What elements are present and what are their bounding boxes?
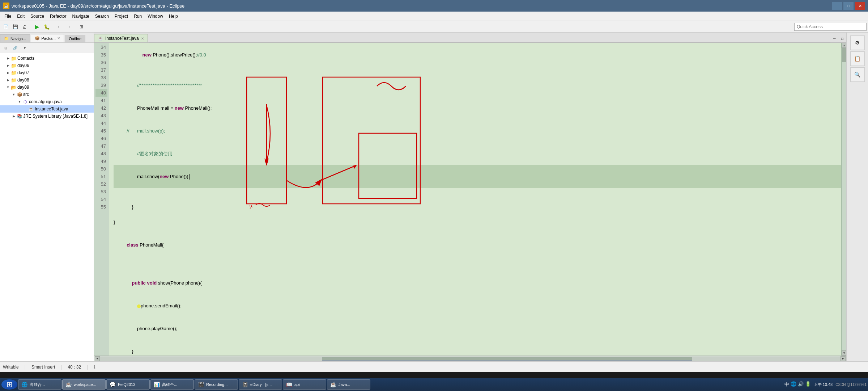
java-file-icon: ☕	[28, 106, 34, 112]
right-panel-btn-3[interactable]: 🔍	[850, 67, 865, 82]
tree-item-contacts[interactable]: ▶ 📁 Contacts	[0, 55, 94, 62]
taskbar-app-eclipse[interactable]: ☕ workspace...	[62, 379, 106, 390]
menu-refactor[interactable]: Refactor	[47, 12, 69, 21]
scroll-up-button[interactable]: ▲	[842, 43, 846, 48]
taskbar-app-baidu[interactable]: 🌐 高硅合...	[18, 379, 61, 390]
back-button[interactable]: ←	[55, 22, 64, 31]
run-button[interactable]: ▶	[33, 22, 42, 31]
horizontal-scrollbar[interactable]: ◄ ►	[94, 356, 846, 361]
code-content[interactable]: new Phone().showPrice();//0.0 //********…	[109, 43, 841, 356]
menu-bar: File Edit Source Refactor Navigate Searc…	[0, 12, 868, 21]
line-44: 44	[95, 119, 107, 127]
taskbar-app-feiq[interactable]: 💬 FeiQ2013	[106, 379, 150, 390]
vertical-scrollbar[interactable]: ▲ ▼	[841, 43, 846, 356]
separator-1	[31, 23, 31, 30]
tree-item-day07[interactable]: ▶ 📁 day07	[0, 69, 94, 76]
code-line-41	[114, 188, 841, 196]
taskbar-app-recording[interactable]: 🎬 Recording...	[195, 379, 238, 390]
menu-edit[interactable]: Edit	[14, 12, 27, 21]
quick-access-input[interactable]	[794, 23, 867, 31]
right-panel-btn-2[interactable]: 📋	[850, 51, 865, 66]
forward-button[interactable]: →	[64, 22, 73, 31]
package-icon: ⬡	[22, 99, 28, 105]
eclipse-icon: ☕	[3, 3, 9, 9]
menu-file[interactable]: File	[1, 12, 14, 21]
menu-navigate[interactable]: Navigate	[69, 12, 92, 21]
arrow-day08: ▶	[6, 78, 10, 82]
tree-item-jre[interactable]: ▶ 📚 JRE System Library [JavaSE-1.8]	[0, 113, 94, 120]
menu-run[interactable]: Run	[131, 12, 145, 21]
taskbar-app-java[interactable]: ☕ Java...	[327, 379, 370, 390]
scroll-left-button[interactable]: ◄	[95, 356, 100, 361]
sidebar-tab-outline[interactable]: Outline	[65, 35, 85, 42]
status-bar: Writable | Smart Insert | 40 : 32 | ℹ	[0, 361, 868, 372]
taskbar-app-java-label: Java...	[339, 382, 350, 387]
editor-tab-close[interactable]: ✕	[141, 37, 144, 41]
minimize-button[interactable]: ─	[832, 2, 842, 10]
h-scroll-track[interactable]	[100, 357, 841, 361]
print-button[interactable]: 🖨	[20, 22, 29, 31]
tree-item-package[interactable]: ▼ ⬡ com.atguigu.java	[0, 98, 94, 105]
editor-tab-label: InstanceTest.java	[105, 36, 139, 41]
line-54: 54	[95, 196, 107, 203]
tree-item-instancetest[interactable]: ☕ InstanceTest.java	[0, 105, 94, 113]
sidebar-tab-navigator[interactable]: 📁 Naviga...	[0, 34, 30, 42]
menu-source[interactable]: Source	[27, 12, 47, 21]
taskbar-app-api-label: api	[294, 382, 300, 387]
sidebar-tab-package[interactable]: 📦 Packa... ✕	[31, 34, 64, 42]
line-47: 47	[95, 142, 107, 150]
debug-button[interactable]: 🐛	[42, 22, 51, 31]
tree-item-day09[interactable]: ▼ 📂 day09	[0, 84, 94, 91]
maximize-editor-button[interactable]: □	[838, 34, 846, 42]
taskbar-app-api[interactable]: 📖 api	[283, 379, 326, 390]
scroll-thumb[interactable]	[842, 48, 846, 62]
line-37: 37	[95, 66, 107, 74]
scroll-right-button[interactable]: ►	[841, 356, 846, 361]
start-button[interactable]: ⊞	[1, 379, 17, 390]
right-panel-btn-1[interactable]: ⚙	[850, 35, 865, 50]
taskbar-app-ediary[interactable]: 📓 eDiary - [s...	[239, 379, 282, 390]
tree-label-package: com.atguigu.java	[29, 99, 62, 104]
tree-item-day06[interactable]: ▶ 📁 day06	[0, 62, 94, 69]
new-button[interactable]: 📄	[1, 22, 10, 31]
tree-item-src[interactable]: ▼ 📦 src	[0, 91, 94, 98]
collapse-all-button[interactable]: ⊟	[1, 43, 10, 52]
scroll-down-button[interactable]: ▼	[842, 350, 846, 356]
h-scroll-thumb[interactable]	[322, 357, 692, 361]
scroll-track[interactable]	[842, 48, 846, 350]
taskbar-app-ediary-label: eDiary - [s...	[250, 382, 272, 387]
taskbar-app-ppt-label: 高硅合...	[162, 382, 177, 387]
window-controls[interactable]: ─ □ ✕	[832, 2, 865, 10]
tree-label-contacts: Contacts	[17, 56, 34, 61]
tree-item-day08[interactable]: ▶ 📁 day08	[0, 76, 94, 84]
close-button[interactable]: ✕	[855, 2, 865, 10]
minimize-editor-button[interactable]: ─	[830, 34, 838, 42]
volume-icon: 🔊	[798, 381, 804, 388]
perspective-button[interactable]: ⊞	[77, 22, 86, 31]
menu-search[interactable]: Search	[92, 12, 112, 21]
sidebar: 📁 Naviga... 📦 Packa... ✕ Outline ⊟ 🔗 ▾ ▶…	[0, 33, 94, 361]
view-menu-button[interactable]: ▾	[20, 43, 29, 52]
position-status: 40 : 32	[68, 365, 81, 370]
save-button[interactable]: 💾	[11, 22, 20, 31]
status-info-icon: ℹ	[94, 365, 95, 370]
taskbar-app-feiq-label: FeiQ2013	[118, 382, 135, 387]
package-tab-close[interactable]: ✕	[57, 36, 60, 40]
taskbar-clock: 上午 10:48	[814, 382, 833, 387]
line-42: 42	[95, 104, 107, 112]
menu-help[interactable]: Help	[166, 12, 181, 21]
taskbar-app-ppt[interactable]: 📊 高硅合...	[150, 379, 194, 390]
maximize-button[interactable]: □	[843, 2, 854, 10]
menu-window[interactable]: Window	[145, 12, 166, 21]
line-51: 51	[95, 173, 107, 180]
link-editor-button[interactable]: 🔗	[11, 43, 20, 52]
writable-status: Writable	[3, 365, 19, 370]
line-36: 36	[95, 59, 107, 66]
line-53: 53	[95, 188, 107, 196]
code-line-38: // mall.show(p);	[114, 119, 841, 142]
code-line-49: phone.sendEmail();	[114, 294, 841, 317]
code-line-36: //**********************************	[114, 74, 841, 97]
editor-tab-instancetest[interactable]: ☕ InstanceTest.java ✕	[94, 34, 148, 42]
menu-project[interactable]: Project	[112, 12, 131, 21]
feiq-icon: 💬	[110, 382, 116, 387]
